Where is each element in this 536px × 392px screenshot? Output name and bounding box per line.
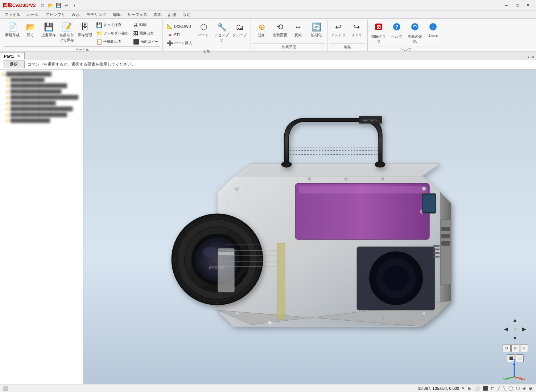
status-icon-grid[interactable]: ⊞ [467,386,472,391]
ribbon-workplane-group-label: 作業平面 [253,43,325,50]
menu-edit[interactable]: 編集 [110,11,124,18]
about-icon: i [429,22,437,33]
ribbon-dxf-label: DXF/DWG [174,25,191,29]
close-button[interactable]: ✕ [523,1,533,9]
qa-dropdown-btn[interactable]: ▼ [71,2,78,9]
ribbon-add-buttons: 📐 DXF/DWG 🔺 STL ➕ パート挿入 ⬡ パート 🔧 アセンブリ [165,20,248,48]
nav-left[interactable]: ◀ [502,325,510,333]
tree-item-3[interactable]: ▶████████████████████ [0,83,83,88]
quick-access-toolbar: □ 📂 💾 ↩ ▼ [39,2,78,9]
ribbon-assembly-button[interactable]: 🔧 アセンブリ [213,21,230,44]
svg-rect-34 [218,252,234,255]
svg-text:PHOTRON: PHOTRON [363,119,378,122]
ribbon-new-button[interactable]: 📄 新規作成 [4,21,21,43]
ribbon-help-button[interactable]: ? ヘルプ [388,21,405,43]
svg-point-39 [422,312,426,316]
ribbon-save-button[interactable]: 💾 上書保存 [40,21,57,43]
nav-fit-btn[interactable]: ⊡ [503,344,511,352]
svg-point-36 [235,187,239,191]
ribbon-undo-button[interactable]: ↩ アンドゥ [330,21,347,43]
status-icon-line1[interactable]: ╱ [497,386,501,391]
status-icon-radio[interactable]: ◉ [528,386,533,391]
tree-item-8[interactable]: ▶████████████████████ [0,112,83,117]
undo-icon: ↩ [335,22,342,32]
ribbon-saveall-button[interactable]: 💾 すべて保存 [94,21,123,29]
main-area: ▶████████████████ ▶████████████ ▶███████… [0,70,536,384]
ribbon-imgout-button[interactable]: 🖼 画像出力 [131,29,156,37]
status-icon-box2[interactable]: ⬛ [482,386,489,391]
ribbon-stl-button[interactable]: 🔺 STL [165,31,182,39]
tree-item-6[interactable]: ▶████████████████ [0,100,83,106]
qa-new-btn[interactable]: □ [39,2,46,9]
tab-part1-close[interactable]: ✕ [16,54,21,58]
menu-measure[interactable]: 計測 [165,11,179,18]
nav-up[interactable]: ▲ [511,316,519,324]
saveas-icon: 📝 [62,22,72,32]
ribbon-transform-button[interactable]: ⟲ 姿勢変更 [271,21,289,43]
ribbon-addplane-button[interactable]: ⊕ 追加 [253,21,271,43]
nav-grid-btn[interactable]: ⊞ [511,344,519,352]
nav-wireframe-btn[interactable]: ⊟ [520,344,528,352]
menu-file[interactable]: ファイル [1,11,23,18]
tree-item-5[interactable]: ▶████████████████████████ [0,94,83,100]
status-icon-target[interactable]: ◈ [522,386,527,391]
ribbon-screencopy-button[interactable]: ⬛ 画面コピー [131,38,160,46]
update-icon [411,22,419,33]
status-icon-box1[interactable]: ⬜ [474,386,481,391]
ribbon-saveas-button[interactable]: 📝 名前を付けて保存 [58,21,75,44]
tabbar-chevron-up[interactable]: ▲ [527,55,530,59]
qa-save-btn[interactable]: 💾 [55,2,62,9]
menu-drawing[interactable]: 図面 [151,11,165,18]
menu-surface[interactable]: サーフェス [124,11,150,18]
ribbon-add-group-label: 追加 [165,48,248,55]
ribbon-stl-label: STL [174,33,181,37]
ribbon-flat-button[interactable]: 📋 平細化出力 [94,38,123,46]
tree-item-7[interactable]: ▶██████████████████████ [0,106,83,112]
navigation-widget: ▲ ◀ ⊕ ▶ ▼ ⊡ ⊞ ⊟ ⬛ ⬜ [502,316,529,362]
status-icon-box3[interactable]: ◻ [490,386,495,391]
open-icon: 📂 [26,22,36,32]
status-icon-line2[interactable]: ╲ [502,386,506,391]
ribbon-savemgr-button[interactable]: 🗄 保存管理 [76,21,94,43]
status-icon-hex[interactable]: ⬡ [515,386,520,391]
menu-view[interactable]: 表示 [69,11,83,18]
tree-item-9[interactable]: ▶██████████████ [0,117,83,123]
menu-modeling[interactable]: モデリング [83,11,109,18]
minimize-button[interactable]: ─ [501,1,511,9]
menu-settings[interactable]: 設定 [180,11,194,18]
ribbon-zunoclub-button[interactable]: 図 図脳クラブ [370,21,387,45]
ribbon-dxf-button[interactable]: 📐 DXF/DWG [165,22,193,30]
tree-item-2[interactable]: ▶████████████ [0,77,83,83]
nav-down[interactable]: ▼ [511,334,519,342]
print-icon: 🖨 [133,22,138,28]
nav-center[interactable]: ⊕ [511,325,519,333]
qa-open-btn[interactable]: 📂 [47,2,54,9]
ribbon-assembly-label: アセンブリ [214,33,229,43]
ribbon-update-button[interactable]: 更新の確認 [406,21,424,45]
ribbon-folder-button[interactable]: 📁 フォルダへ書出 [94,29,131,37]
ribbon-about-button[interactable]: i About [424,21,442,43]
tabbar-close[interactable]: ✕ [532,55,535,59]
maximize-button[interactable]: □ [512,1,522,9]
ribbon-partins-button[interactable]: ➕ パート挿入 [165,39,194,47]
tab-part1[interactable]: Part1 ✕ [0,52,25,59]
qa-undo-btn[interactable]: ↩ [63,2,70,9]
ribbon-redo-button[interactable]: ↪ リドゥ [348,21,365,43]
ribbon-reset-button[interactable]: 🔄 初期化 [308,21,325,43]
status-icon-cross[interactable]: ✕ [461,386,466,391]
nav-view-buttons: ⊡ ⊞ ⊟ [503,344,528,352]
ribbon-part-button[interactable]: ⬡ パート [195,21,212,43]
menu-assembly[interactable]: アセンブリ [42,11,68,18]
ribbon-open-button[interactable]: 📂 開く [22,21,39,43]
tree-item-4[interactable]: ▶██████████████████ [0,88,83,94]
ribbon-group-button[interactable]: 🗂 グループ [231,21,248,43]
nav-right[interactable]: ▶ [520,325,528,333]
menu-home[interactable]: ホーム [24,11,42,18]
nav-arrows: ▲ ◀ ⊕ ▶ ▼ [502,316,529,343]
status-icon-circle[interactable]: ◯ [508,386,514,391]
3d-viewport[interactable]: PHOTRON [83,70,536,384]
ribbon-mirror-button[interactable]: ↔ 反転 [289,21,307,43]
svg-rect-47 [441,227,450,231]
tree-item-1[interactable]: ▶████████████████ [0,71,83,77]
ribbon-print-button[interactable]: 🖨 印刷 [131,21,148,29]
